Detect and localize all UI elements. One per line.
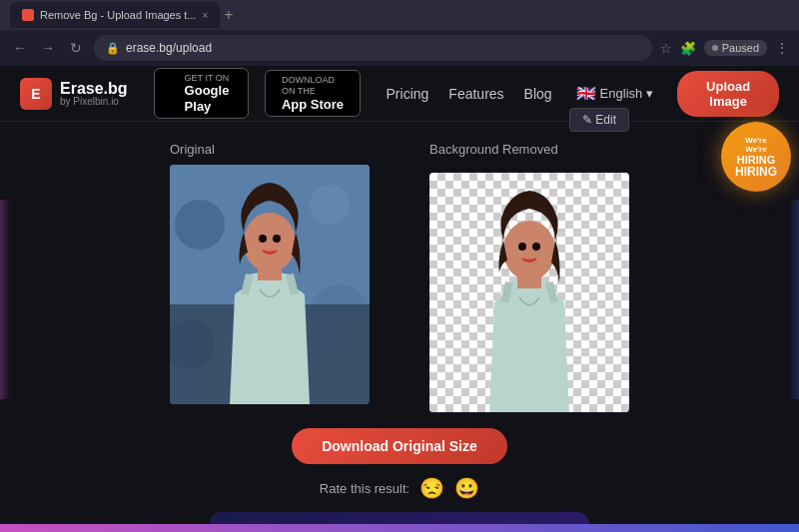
back-button[interactable]: ← (10, 40, 30, 56)
browser-menu-button[interactable]: ⋮ (775, 40, 789, 56)
google-play-badge[interactable]: ▶ GET IT ON Google Play (154, 68, 249, 120)
svg-point-1 (175, 200, 225, 250)
app-store-get: Download on the (282, 75, 350, 97)
edit-button[interactable]: ✎ Edit (569, 108, 629, 132)
logo-text: Erase.bg by Pixelbin.io (60, 81, 128, 107)
logo-area[interactable]: E Erase.bg by Pixelbin.io (20, 78, 128, 110)
flag-icon: 🇬🇧 (576, 84, 596, 103)
original-section: Original (170, 142, 370, 404)
star-icon[interactable]: ☆ (660, 41, 672, 56)
extensions-icon[interactable]: 🧩 (680, 41, 696, 56)
paused-label: Paused (722, 42, 759, 54)
website-content: E Erase.bg by Pixelbin.io ▶ GET IT ON Go… (0, 66, 799, 532)
google-play-name: Google Play (185, 83, 238, 114)
rate-bad-emoji[interactable]: 😒 (419, 476, 444, 500)
lock-icon: 🔒 (106, 42, 120, 55)
nav-links: Pricing Features Blog (387, 86, 552, 102)
paused-dot (712, 45, 718, 51)
svg-point-9 (273, 235, 281, 243)
new-tab-btn[interactable]: + (224, 6, 233, 24)
svg-point-7 (244, 213, 296, 272)
nav-features[interactable]: Features (448, 86, 503, 102)
tab-title: Remove Bg - Upload Images t... (40, 9, 197, 21)
rate-good-emoji[interactable]: 😀 (454, 476, 479, 500)
original-label: Original (170, 142, 215, 157)
images-row: Original (40, 142, 759, 412)
navbar: E Erase.bg by Pixelbin.io ▶ GET IT ON Go… (0, 66, 799, 122)
download-button[interactable]: Download Original Size (292, 428, 507, 464)
address-text: erase.bg/upload (126, 41, 212, 55)
chevron-down-icon: ▾ (646, 86, 653, 101)
logo-name: Erase.bg (60, 81, 128, 97)
upload-image-button[interactable]: Upload Image (677, 71, 779, 117)
original-image (170, 165, 370, 404)
rate-row: Rate this result: 😒 😀 (320, 476, 479, 500)
forward-button[interactable]: → (38, 40, 58, 56)
google-play-text: GET IT ON Google Play (185, 73, 238, 115)
svg-point-8 (259, 235, 267, 243)
hiring-badge[interactable]: We're HIRING (721, 122, 791, 192)
bottom-section: Download Original Size Rate this result:… (40, 428, 759, 532)
removed-background-image (429, 173, 629, 412)
hiring-line2: HIRING (737, 154, 776, 166)
removed-section: Background Removed ✎ Edit (429, 142, 629, 412)
logo-icon: E (20, 78, 52, 110)
svg-point-12 (518, 243, 526, 251)
browser-actions: ☆ 🧩 Paused ⋮ (660, 40, 789, 56)
hiring-line1: We're (745, 145, 766, 154)
svg-point-11 (503, 221, 555, 280)
tab-close-btn[interactable]: × (203, 10, 209, 21)
bulk-icon: ✕ (240, 526, 559, 532)
google-play-icon: ▶ (165, 82, 179, 104)
reload-button[interactable]: ↻ (66, 40, 86, 56)
original-image-container (170, 165, 370, 404)
browser-tabs: Remove Bg - Upload Images t... × + (10, 2, 234, 28)
app-store-text: Download on the App Store (282, 75, 350, 112)
browser-chrome: Remove Bg - Upload Images t... × + (0, 0, 799, 30)
removed-section-header: Background Removed ✎ Edit (429, 142, 629, 157)
tab-favicon (22, 9, 34, 21)
paused-badge: Paused (704, 40, 767, 56)
nav-blog[interactable]: Blog (524, 86, 552, 102)
language-label: English (600, 86, 643, 101)
app-store-badge[interactable]: Download on the App Store (265, 70, 361, 117)
app-store-name: App Store (282, 97, 350, 113)
address-bar[interactable]: 🔒 erase.bg/upload (94, 35, 652, 61)
svg-point-13 (532, 243, 540, 251)
active-tab[interactable]: Remove Bg - Upload Images t... × (10, 2, 220, 28)
svg-point-2 (310, 185, 350, 225)
removed-image-container (429, 173, 629, 412)
google-play-get: GET IT ON (185, 73, 238, 84)
logo-sub: by Pixelbin.io (60, 97, 128, 107)
rate-label: Rate this result: (320, 481, 409, 496)
address-bar-row: ← → ↻ 🔒 erase.bg/upload ☆ 🧩 Paused ⋮ (0, 30, 799, 66)
removed-label: Background Removed (429, 142, 558, 157)
main-content: Original (0, 122, 799, 532)
language-selector[interactable]: 🇬🇧 English ▾ (568, 80, 662, 107)
bulk-promo-banner[interactable]: ✕ Want to Remove Background from Images … (210, 512, 589, 532)
nav-pricing[interactable]: Pricing (387, 86, 429, 102)
